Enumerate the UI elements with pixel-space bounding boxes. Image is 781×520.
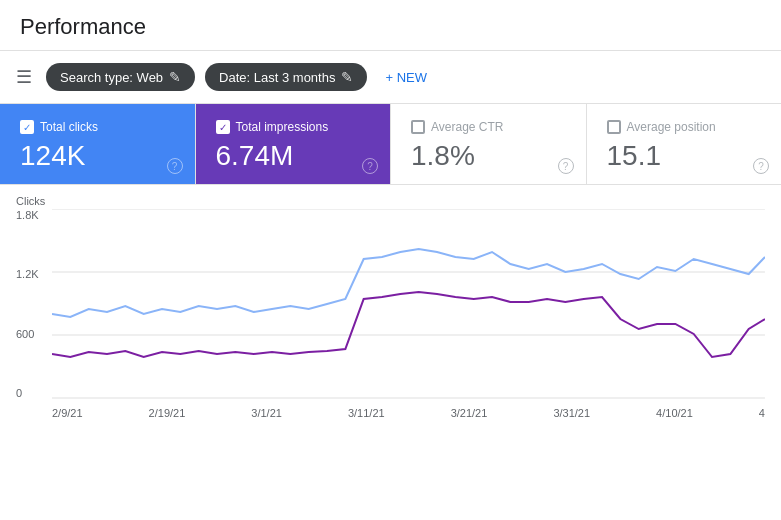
metric-total-impressions[interactable]: Total impressions 6.74M ? — [196, 104, 392, 184]
search-type-chip[interactable]: Search type: Web ✎ — [46, 63, 195, 91]
metric-label-clicks: Total clicks — [20, 120, 175, 134]
metric-total-clicks[interactable]: Total clicks 124K ? — [0, 104, 196, 184]
filter-icon[interactable]: ☰ — [16, 66, 32, 88]
chart-container: 1.8K 1.2K 600 0 2/9/21 2/19/21 3/1/21 3/… — [16, 209, 765, 419]
edit-icon-date: ✎ — [341, 69, 353, 85]
toolbar: ☰ Search type: Web ✎ Date: Last 3 months… — [0, 51, 781, 104]
metric-value-position: 15.1 — [607, 140, 762, 172]
chart-y-label: Clicks — [16, 195, 765, 207]
help-icon-position[interactable]: ? — [753, 158, 769, 174]
metric-label-ctr: Average CTR — [411, 120, 566, 134]
header: Performance — [0, 0, 781, 51]
x-label-6: 4/10/21 — [656, 407, 693, 419]
metric-value-clicks: 124K — [20, 140, 175, 172]
metric-value-impressions: 6.74M — [216, 140, 371, 172]
new-button[interactable]: + NEW — [377, 64, 435, 91]
date-chip[interactable]: Date: Last 3 months ✎ — [205, 63, 367, 91]
help-icon-clicks[interactable]: ? — [167, 158, 183, 174]
checkbox-impressions[interactable] — [216, 120, 230, 134]
x-label-0: 2/9/21 — [52, 407, 83, 419]
metrics-row: Total clicks 124K ? Total impressions 6.… — [0, 104, 781, 185]
checkbox-ctr[interactable] — [411, 120, 425, 134]
metric-value-ctr: 1.8% — [411, 140, 566, 172]
chart-area: Clicks 1.8K 1.2K 600 0 2/9/21 2/19/21 — [0, 185, 781, 435]
y-label-1.8k: 1.8K — [16, 209, 48, 221]
metric-average-ctr[interactable]: Average CTR 1.8% ? — [391, 104, 587, 184]
x-label-1: 2/19/21 — [149, 407, 186, 419]
date-label: Date: Last 3 months — [219, 70, 335, 85]
y-axis-labels: 1.8K 1.2K 600 0 — [16, 209, 48, 399]
chart-svg — [52, 209, 765, 399]
y-label-0: 0 — [16, 387, 48, 399]
checkbox-clicks[interactable] — [20, 120, 34, 134]
x-label-7: 4 — [759, 407, 765, 419]
y-label-600: 600 — [16, 328, 48, 340]
y-label-1.2k: 1.2K — [16, 268, 48, 280]
metric-label-position: Average position — [607, 120, 762, 134]
help-icon-impressions[interactable]: ? — [362, 158, 378, 174]
x-axis-labels: 2/9/21 2/19/21 3/1/21 3/11/21 3/21/21 3/… — [52, 407, 765, 419]
metric-label-impressions: Total impressions — [216, 120, 371, 134]
metric-average-position[interactable]: Average position 15.1 ? — [587, 104, 782, 184]
edit-icon: ✎ — [169, 69, 181, 85]
x-label-5: 3/31/21 — [553, 407, 590, 419]
page-title: Performance — [20, 14, 761, 40]
checkbox-position[interactable] — [607, 120, 621, 134]
help-icon-ctr[interactable]: ? — [558, 158, 574, 174]
x-label-4: 3/21/21 — [451, 407, 488, 419]
x-label-2: 3/1/21 — [251, 407, 282, 419]
search-type-label: Search type: Web — [60, 70, 163, 85]
x-label-3: 3/11/21 — [348, 407, 385, 419]
